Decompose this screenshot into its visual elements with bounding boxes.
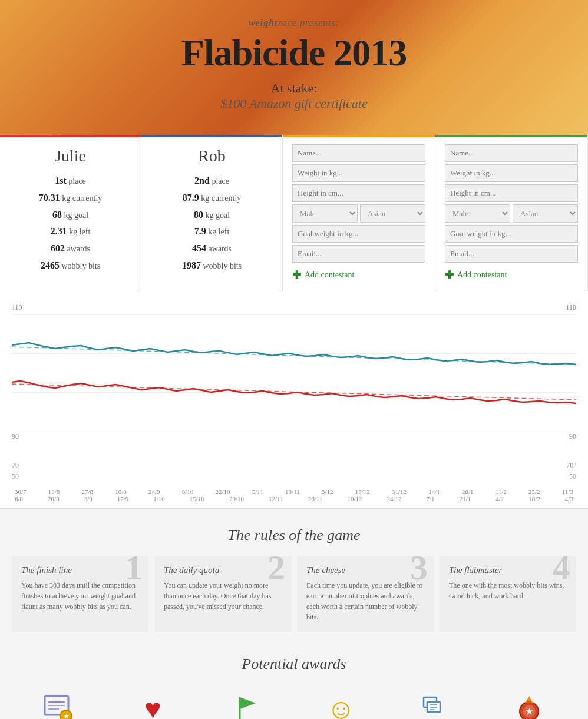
rule-title-2: The daily quota — [164, 565, 282, 575]
add-button-label-1: Add contestant — [305, 270, 354, 280]
rob-wobbly: 1987 — [182, 260, 201, 270]
rule-2: 2 The daily quota You can update your we… — [154, 556, 291, 632]
email-input-2[interactable] — [445, 245, 578, 263]
heart-icon: ♥ — [136, 691, 171, 719]
rule-body-2: You can update your weight no more than … — [164, 580, 282, 612]
award-flab: ★ The Flab Pack Leader 2 wobbly bits Awa… — [482, 685, 576, 719]
weight-input-1[interactable] — [292, 164, 425, 182]
add-contestant-form-1: Male Female Asian Caucasian African Othe… — [283, 135, 435, 291]
rule-body-1: You have 303 days until the competition … — [21, 580, 139, 612]
award-progress: The Progress Check 3 wobbly bits Awarded… — [200, 685, 294, 719]
medal-icon: ★ — [511, 691, 547, 719]
julie-wobbly: 2465 — [41, 260, 60, 270]
rule-title-1: The finish line — [21, 565, 139, 575]
height-input-2[interactable] — [445, 184, 578, 202]
add-icon-1: ✚ — [292, 269, 301, 281]
chart-section: 110 110 90 90 70 70° 50 50 — [0, 291, 588, 509]
rule-body-3: Each time you update, you are eligible t… — [306, 580, 424, 622]
julie-current-weight: 70.31 — [39, 193, 60, 203]
awards-title: Potential awards — [12, 655, 576, 673]
certificate-icon: ★ — [41, 691, 77, 719]
header: weightrace presents: Flabicide 2013 At s… — [0, 0, 588, 135]
svg-marker-13 — [240, 697, 256, 709]
add-form-2: Male Female Asian Caucasian African Othe… — [445, 144, 578, 281]
rules-section: The rules of the game 1 The finish line … — [0, 509, 588, 644]
award-combo: The Regular Combo 1 wobbly bit Awarded i… — [388, 685, 483, 719]
awards-grid: ★ The Attendance Certificate 10 wobbly b… — [12, 685, 576, 719]
rule-number-2: 2 — [267, 550, 285, 585]
add-form-1: Male Female Asian Caucasian African Othe… — [292, 144, 425, 281]
gender-select-1[interactable]: Male Female — [292, 204, 358, 223]
chart-y-axis-mid: 90 90 — [6, 432, 582, 441]
awards-section: Potential awards ★ The Attendance Certif… — [0, 644, 588, 719]
add-contestant-button-2[interactable]: ✚ Add contestant — [445, 269, 507, 281]
gender-ethnicity-2: Male Female Asian Caucasian African Othe… — [445, 204, 578, 223]
rule-number-4: 4 — [553, 550, 570, 585]
julie-awards: 602 — [51, 243, 65, 253]
award-dietary: ☺ The Dietary Detail 1 wobbly bit Awarde… — [294, 685, 388, 719]
contestant-name-julie: Julie — [12, 147, 129, 165]
y-label-110-left: 110 — [12, 303, 22, 312]
rule-title-3: The cheese — [306, 565, 424, 575]
header-subtitle: weightrace presents: — [12, 18, 576, 28]
contestant-stats-rob: 2nd place 87.9 kg currently 80 kg goal 7… — [153, 173, 270, 274]
date-row-1: 30/7 13/8 27/8 10/9 24/9 8/10 22/10 5/11… — [12, 488, 576, 495]
chart-y-axis-top: 110 110 — [6, 303, 582, 312]
email-input-1[interactable] — [292, 245, 425, 263]
award-heart: ♥ The Healthy Heart 5 wobbly bits Awarde… — [106, 685, 200, 719]
add-icon-2: ✚ — [445, 269, 454, 281]
gender-select-2[interactable]: Male Female — [445, 204, 510, 223]
brand-weight: weight — [249, 18, 278, 28]
weight-input-2[interactable] — [445, 164, 578, 182]
date-row-2: 6/8 20/8 3/9 17/9 1/10 15/10 29/10 12/11… — [12, 495, 576, 502]
rule-number-1: 1 — [125, 550, 143, 585]
rob-kg-left: 7.9 — [194, 226, 206, 236]
chart-svg — [12, 314, 576, 432]
flag-icon — [229, 691, 265, 719]
rob-current-weight: 87.9 — [183, 193, 199, 203]
rule-body-4: The one with the most wobbly bits wins. … — [449, 580, 567, 601]
y-label-70-right: 70° — [566, 461, 576, 470]
height-input-1[interactable] — [292, 184, 425, 202]
award-attendance: ★ The Attendance Certificate 10 wobbly b… — [12, 685, 106, 719]
y-label-90-right: 90 — [569, 432, 576, 441]
rules-grid: 1 The finish line You have 303 days unti… — [12, 556, 576, 632]
y-label-110-right: 110 — [566, 303, 576, 312]
contestant-name-rob: Rob — [153, 147, 270, 165]
contestant-julie: Julie 1st place 70.31 kg currently 68 kg… — [0, 135, 141, 291]
goal-input-1[interactable] — [292, 225, 425, 243]
smiley-icon: ☺ — [323, 691, 359, 719]
rob-place: 2nd — [194, 175, 210, 185]
rule-3: 3 The cheese Each time you update, you a… — [297, 556, 434, 632]
svg-text:★: ★ — [64, 713, 70, 720]
rule-number-3: 3 — [410, 550, 428, 585]
goal-input-2[interactable] — [445, 225, 578, 243]
name-input-1[interactable] — [292, 144, 425, 162]
y-label-90-left: 90 — [12, 432, 19, 441]
rob-goal-weight: 80 — [194, 210, 203, 220]
add-contestant-form-2: Male Female Asian Caucasian African Othe… — [435, 135, 588, 291]
rules-title: The rules of the game — [12, 526, 576, 544]
y-label-50-right: 50 — [569, 472, 576, 481]
y-label-50-left: 50 — [12, 472, 19, 481]
ethnicity-select-1[interactable]: Asian Caucasian African Other — [360, 204, 425, 223]
name-input-2[interactable] — [445, 144, 578, 162]
weight-chart — [12, 314, 576, 432]
chart-y-axis-50: 50 50 — [6, 472, 582, 481]
stake-label: At stake: — [12, 81, 576, 96]
contestant-rob: Rob 2nd place 87.9 kg currently 80 kg go… — [141, 135, 283, 291]
ethnicity-select-2[interactable]: Asian Caucasian African Other — [513, 204, 578, 223]
header-subtitle-text: race presents: — [278, 18, 340, 28]
y-label-70-left: 70 — [12, 461, 19, 470]
add-contestant-button-1[interactable]: ✚ Add contestant — [292, 269, 354, 281]
svg-text:★: ★ — [525, 707, 533, 716]
add-button-label-2: Add contestant — [457, 270, 507, 280]
combo-icon — [418, 691, 453, 719]
contestants-section: Julie 1st place 70.31 kg currently 68 kg… — [0, 135, 588, 291]
app-title: Flabicide 2013 — [12, 31, 576, 75]
chart-dates: 30/7 13/8 27/8 10/9 24/9 8/10 22/10 5/11… — [6, 483, 582, 502]
julie-place: 1st — [55, 175, 67, 185]
julie-kg-left: 2.31 — [51, 226, 67, 236]
rule-title-4: The flabmaster — [449, 565, 567, 575]
rob-awards: 454 — [192, 243, 206, 253]
